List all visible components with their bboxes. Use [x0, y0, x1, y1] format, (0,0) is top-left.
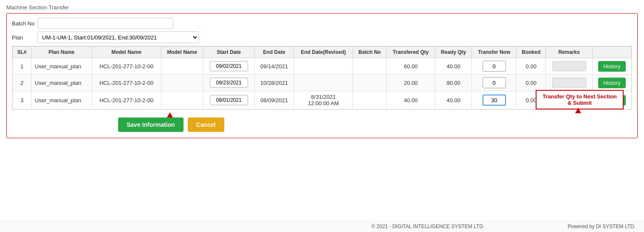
transfer-now-input-active[interactable] [483, 95, 506, 106]
cell-transfer-now[interactable] [472, 58, 517, 75]
cell-model-name2 [161, 75, 203, 91]
copyright: © 2021 - DIGITAL INTELLIGENCE SYSTEM LTD… [288, 224, 568, 229]
col-end-date: End Date [254, 47, 294, 58]
transfer-now-input[interactable] [483, 77, 506, 88]
cell-end-date-revised: 8/31/202112:00:00 AM [294, 91, 353, 109]
cell-plan-name: User_manual_plan [31, 75, 92, 91]
table-row: 2 User_manual_plan HCL-201-277-10-2-00 1… [13, 75, 632, 91]
cell-model-name: HCL-201-277-10-2-00 [92, 58, 161, 75]
cell-batch-no [353, 58, 387, 75]
batch-no-row: Batch No [12, 18, 632, 29]
remarks-input[interactable] [552, 61, 586, 71]
col-remarks: Remarks [546, 47, 593, 58]
col-action [592, 47, 631, 58]
cell-booked: 0.00 [517, 58, 546, 75]
cell-sl: 2 [13, 75, 31, 91]
cell-end-date: 09/14/2021 [254, 58, 294, 75]
cell-end-date: 08/09/2021 [254, 91, 294, 109]
cell-remarks[interactable] [546, 58, 593, 75]
col-model-name: Model Name [92, 47, 161, 58]
annotation-text: Transfer Qty to Next Section& Submit [542, 93, 617, 106]
bottom-area: Transfer Qty to Next Section& Submit Sav… [12, 113, 632, 134]
cell-sl: 1 [13, 58, 31, 75]
col-transfer-now: Transfer Now [472, 47, 517, 58]
cell-start-date[interactable] [203, 75, 254, 91]
cell-transferred-qty: 40.00 [386, 91, 435, 109]
cell-sl: 3 [13, 91, 31, 109]
col-booked: Booked [517, 47, 546, 58]
cell-start-date[interactable] [203, 58, 254, 75]
cell-model-name: HCL-201-277-10-2-00 [92, 91, 161, 109]
table-row: 1 User_manual_plan HCL-201-277-10-2-00 0… [13, 58, 632, 75]
batch-no-input[interactable] [37, 18, 173, 29]
cell-end-date: 10/28/2021 [254, 75, 294, 91]
cell-plan-name: User_manual_plan [31, 58, 92, 75]
transfer-now-input[interactable] [483, 61, 506, 72]
cell-end-date-revised [294, 75, 353, 91]
plan-label: Plan [12, 34, 37, 41]
save-button[interactable]: Save Information [118, 117, 184, 132]
cell-model-name2 [161, 58, 203, 75]
col-batch-no: Batch No [353, 47, 387, 58]
cell-ready-qty: 90.00 [435, 75, 472, 91]
cell-transfer-now[interactable] [472, 91, 517, 109]
powered-by: Powered by DI SYSTEM LTD. [568, 224, 636, 229]
start-date-input[interactable] [210, 61, 248, 71]
cell-plan-name: User_manual_plan [31, 91, 92, 109]
plan-row: Plan UM-1-UM-1, Start:01/09/2021, End:30… [12, 31, 632, 43]
cell-batch-no [353, 75, 387, 91]
cell-model-name: HCL-201-277-10-2-00 [92, 75, 161, 91]
col-sl: SL# [13, 47, 31, 58]
bottom-bar: © 2021 - DIGITAL INTELLIGENCE SYSTEM LTD… [0, 221, 644, 232]
col-transferred-qty: Transfered Qty [386, 47, 435, 58]
buttons-row: Save Information Cancel [12, 113, 632, 134]
annotation-arrow-up [575, 108, 581, 113]
cell-booked: 0.00 [517, 75, 546, 91]
batch-no-label: Batch No [12, 20, 37, 27]
cell-model-name2 [161, 91, 203, 109]
outer-border: Batch No Plan UM-1-UM-1, Start:01/09/202… [6, 13, 638, 138]
cell-transfer-now[interactable] [472, 75, 517, 91]
start-date-input[interactable] [210, 95, 248, 105]
section-title: Machine Section Transfer [6, 4, 638, 11]
col-start-date: Start Date [203, 47, 254, 58]
cell-transferred-qty: 20.00 [386, 75, 435, 91]
history-button-2[interactable]: History [598, 78, 625, 88]
history-button-1[interactable]: History [598, 61, 625, 72]
start-date-input[interactable] [210, 78, 248, 88]
col-model-name2: Model Name [161, 47, 203, 58]
cell-start-date[interactable] [203, 91, 254, 109]
cell-transferred-qty: 60.00 [386, 58, 435, 75]
col-ready-qty: Ready Qty [435, 47, 472, 58]
plan-select[interactable]: UM-1-UM-1, Start:01/09/2021, End:30/09/2… [37, 31, 199, 43]
page-wrapper: Machine Section Transfer Batch No Plan U… [0, 0, 644, 232]
cell-ready-qty: 40.00 [435, 91, 472, 109]
save-arrow-up [167, 112, 173, 117]
col-end-date-revised: End Date(Revised) [294, 47, 353, 58]
cell-history[interactable]: History [592, 75, 631, 91]
col-plan-name: Plan Name [31, 47, 92, 58]
annotation-box: Transfer Qty to Next Section& Submit [536, 90, 624, 109]
remarks-input[interactable] [552, 78, 586, 88]
table-header-row: SL# Plan Name Model Name Model Name Star… [13, 47, 632, 58]
cell-batch-no [353, 91, 387, 109]
cancel-button[interactable]: Cancel [188, 117, 224, 132]
cell-ready-qty: 40.00 [435, 58, 472, 75]
main-content: Machine Section Transfer Batch No Plan U… [0, 0, 644, 221]
cell-history[interactable]: History [592, 58, 631, 75]
cell-end-date-revised [294, 58, 353, 75]
cell-remarks[interactable] [546, 75, 593, 91]
